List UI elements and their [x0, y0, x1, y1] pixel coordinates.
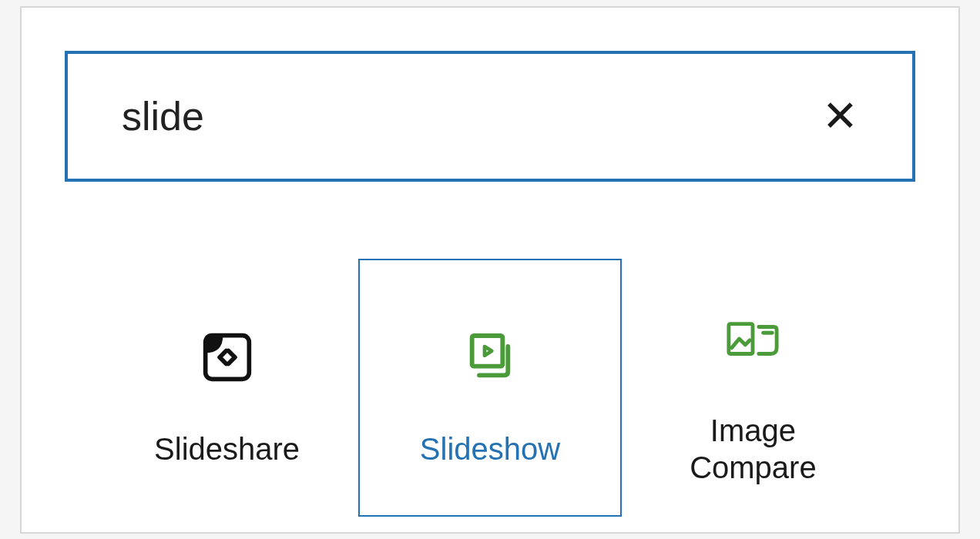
search-field-wrap: ✕ — [65, 51, 915, 182]
block-option-label: Slideshow — [420, 430, 560, 467]
block-option-image-compare[interactable]: ImageCompare — [622, 259, 884, 517]
slideshow-icon — [463, 330, 517, 384]
block-option-label: Slideshare — [154, 430, 300, 467]
search-input[interactable] — [122, 93, 822, 139]
block-inserter-panel: ✕ Slideshare — [20, 6, 960, 534]
slideshare-icon — [200, 330, 254, 384]
image-compare-icon — [726, 312, 780, 366]
block-option-slideshow[interactable]: Slideshow — [358, 259, 622, 517]
block-results-grid: Slideshare Slideshow — [65, 259, 915, 517]
block-option-label: ImageCompare — [690, 412, 817, 486]
svg-rect-1 — [472, 336, 503, 367]
close-icon[interactable]: ✕ — [822, 95, 858, 138]
block-option-slideshare[interactable]: Slideshare — [96, 259, 358, 517]
